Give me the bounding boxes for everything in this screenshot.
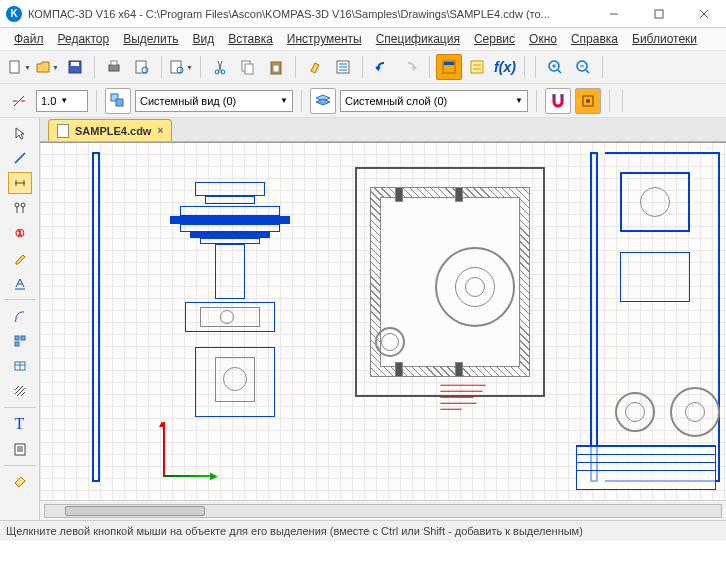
svg-line-44 <box>15 153 25 163</box>
pointer-tool-icon[interactable] <box>8 122 32 144</box>
window-title: КОМПАС-3D V16 x64 - C:\Program Files\Asc… <box>28 8 591 20</box>
paste-button[interactable] <box>263 54 289 80</box>
close-button[interactable] <box>681 0 726 28</box>
svg-line-33 <box>586 70 589 73</box>
menu-window[interactable]: Окно <box>523 30 563 48</box>
statusbar: Щелкните левой кнопкой мыши на объекте д… <box>0 520 726 541</box>
view-toolbar: 1.0▼ Системный вид (0)▼ Системный слой (… <box>0 84 726 118</box>
save-button[interactable] <box>62 54 88 80</box>
arc-tool-icon[interactable] <box>8 305 32 327</box>
svg-rect-18 <box>273 65 279 72</box>
hatch-tool-icon[interactable] <box>8 380 32 402</box>
variables-button[interactable] <box>464 54 490 80</box>
layer-combo[interactable]: Системный слой (0)▼ <box>340 90 528 112</box>
scale-icon[interactable] <box>6 88 32 114</box>
svg-line-29 <box>558 70 561 73</box>
spec-tool-icon[interactable] <box>8 438 32 460</box>
redo-button[interactable] <box>397 54 423 80</box>
svg-rect-16 <box>245 64 253 74</box>
svg-rect-6 <box>71 62 79 66</box>
menu-select[interactable]: Выделить <box>117 30 184 48</box>
svg-point-48 <box>15 203 19 207</box>
scale-combo[interactable]: 1.0▼ <box>36 90 88 112</box>
document-tabs: SAMPLE4.cdw × <box>40 118 726 142</box>
leader-tool-icon[interactable]: ① <box>8 222 32 244</box>
drawing-canvas[interactable]: ▲ ▶ <box>40 142 726 500</box>
status-text: Щелкните левой кнопкой мыши на объекте д… <box>6 525 583 537</box>
svg-rect-41 <box>561 94 564 97</box>
views-icon[interactable] <box>105 88 131 114</box>
symbol-tool-icon[interactable] <box>8 197 32 219</box>
views-tool-icon[interactable] <box>8 330 32 352</box>
workarea: ① T SAMPLE4.cdw × <box>0 118 726 520</box>
magnet-button[interactable] <box>545 88 571 114</box>
menu-libs[interactable]: Библиотеки <box>626 30 703 48</box>
menu-insert[interactable]: Вставка <box>222 30 279 48</box>
zoom-out-button[interactable] <box>570 54 596 80</box>
fx-button[interactable]: f(x) <box>492 54 518 80</box>
table-tool-icon[interactable] <box>8 355 32 377</box>
svg-line-62 <box>17 388 25 396</box>
main-toolbar: ▼ ▼ ▼ f(x) <box>0 50 726 84</box>
svg-rect-39 <box>116 99 123 106</box>
svg-line-63 <box>21 392 25 396</box>
library-button[interactable] <box>436 54 462 80</box>
menu-help[interactable]: Справка <box>565 30 624 48</box>
measure-tool-icon[interactable] <box>8 471 32 493</box>
svg-rect-40 <box>553 94 556 97</box>
tool-panel: ① T <box>0 118 40 520</box>
svg-rect-7 <box>109 65 119 71</box>
new-button[interactable]: ▼ <box>6 54 32 80</box>
app-logo-icon: K <box>6 6 22 22</box>
svg-line-60 <box>15 386 19 390</box>
zoom-in-button[interactable] <box>542 54 568 80</box>
svg-rect-55 <box>21 336 25 340</box>
titlebar: K КОМПАС-3D V16 x64 - C:\Program Files\A… <box>0 0 726 28</box>
properties-button[interactable]: ▼ <box>168 54 194 80</box>
snap-button[interactable] <box>575 88 601 114</box>
svg-rect-8 <box>111 61 117 65</box>
undo-button[interactable] <box>369 54 395 80</box>
menu-file[interactable]: Файл <box>8 30 50 48</box>
dimension-tool-icon[interactable] <box>8 172 32 194</box>
svg-rect-4 <box>10 61 19 73</box>
copy-button[interactable] <box>235 54 261 80</box>
document-properties-button[interactable] <box>330 54 356 80</box>
print-preview-button[interactable] <box>129 54 155 80</box>
menubar: Файл Редактор Выделить Вид Вставка Инстр… <box>0 28 726 50</box>
svg-rect-1 <box>655 10 663 18</box>
horizontal-scrollbar[interactable] <box>40 500 726 520</box>
svg-line-61 <box>15 386 23 394</box>
tab-close-icon[interactable]: × <box>157 125 163 136</box>
menu-view[interactable]: Вид <box>187 30 221 48</box>
document-tab[interactable]: SAMPLE4.cdw × <box>48 119 172 141</box>
scroll-thumb[interactable] <box>65 506 205 516</box>
open-button[interactable]: ▼ <box>34 54 60 80</box>
svg-rect-25 <box>471 61 483 73</box>
cut-button[interactable] <box>207 54 233 80</box>
document-icon <box>57 124 69 138</box>
tab-label: SAMPLE4.cdw <box>75 125 151 137</box>
svg-point-49 <box>21 203 25 207</box>
line-tool-icon[interactable] <box>8 147 32 169</box>
menu-editor[interactable]: Редактор <box>52 30 116 48</box>
view-combo[interactable]: Системный вид (0)▼ <box>135 90 293 112</box>
menu-service[interactable]: Сервис <box>468 30 521 48</box>
format-painter-button[interactable] <box>302 54 328 80</box>
maximize-button[interactable] <box>636 0 681 28</box>
parameter-tool-icon[interactable] <box>8 272 32 294</box>
edit-tool-icon[interactable] <box>8 247 32 269</box>
text-tool-icon[interactable]: T <box>8 413 32 435</box>
print-button[interactable] <box>101 54 127 80</box>
svg-point-43 <box>586 99 590 103</box>
svg-rect-54 <box>15 336 19 340</box>
layers-icon[interactable] <box>310 88 336 114</box>
minimize-button[interactable] <box>591 0 636 28</box>
title-block <box>576 445 716 490</box>
svg-rect-24 <box>444 62 454 65</box>
menu-tools[interactable]: Инструменты <box>281 30 368 48</box>
svg-rect-56 <box>15 342 19 346</box>
menu-spec[interactable]: Спецификация <box>370 30 466 48</box>
